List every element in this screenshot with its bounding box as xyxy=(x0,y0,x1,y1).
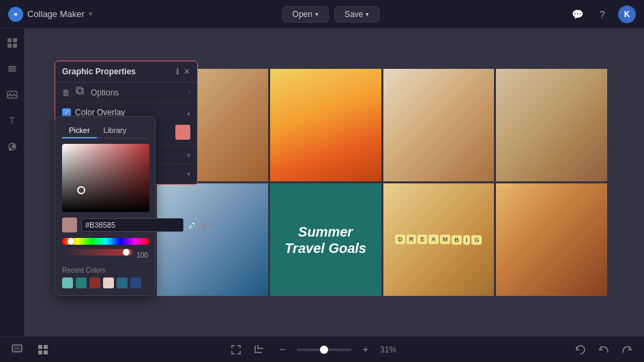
collage-cell-2[interactable] xyxy=(270,69,381,181)
svg-rect-7 xyxy=(8,70,16,72)
svg-rect-16 xyxy=(14,346,20,350)
recent-colors xyxy=(62,277,148,288)
color-swatch[interactable] xyxy=(175,125,190,140)
sidebar-icon-layers[interactable] xyxy=(5,61,20,76)
zoom-slider[interactable] xyxy=(297,348,351,351)
zoom-label: 31% xyxy=(380,345,396,355)
svg-rect-3 xyxy=(8,44,12,48)
help-icon[interactable]: ? xyxy=(594,5,611,23)
sidebar: T xyxy=(0,29,25,336)
svg-rect-4 xyxy=(13,44,17,48)
recent-swatch-1[interactable] xyxy=(62,277,73,288)
zoom-thumb[interactable] xyxy=(320,346,328,354)
canvas-area: Graphic Properties ℹ ✕ 🗑 Options › xyxy=(25,29,644,336)
sidebar-icon-text[interactable]: T xyxy=(5,113,20,128)
fit-icon[interactable] xyxy=(227,341,245,359)
undo-icon[interactable] xyxy=(595,341,613,359)
duplicate-button[interactable] xyxy=(76,87,85,98)
main-area: T Graphic Properties ℹ ✕ 🗑 xyxy=(0,29,644,336)
sidebar-icon-media[interactable] xyxy=(5,87,20,102)
delete-button[interactable]: 🗑 xyxy=(62,88,70,97)
zoom-in-icon[interactable]: + xyxy=(357,341,375,359)
svg-rect-18 xyxy=(44,345,48,349)
recent-swatch-3[interactable] xyxy=(89,277,100,288)
collage-cell-6[interactable]: SummerTravel Goals xyxy=(270,183,381,296)
redo-icon[interactable] xyxy=(618,341,636,359)
eyedropper-icon[interactable]: 💉 xyxy=(188,221,197,230)
topbar-center: Open ▾ Save ▾ xyxy=(282,6,380,22)
tab-picker[interactable]: Picker xyxy=(62,123,97,138)
topbar-right: 💬 ? K xyxy=(569,5,636,23)
topbar: Collage Maker ▾ Open ▾ Save ▾ 💬 ? K xyxy=(0,0,644,29)
svg-rect-1 xyxy=(8,38,12,42)
panel-title: Graphic Properties xyxy=(62,67,176,76)
opacity-slider[interactable] xyxy=(62,249,132,256)
svg-rect-13 xyxy=(78,89,83,94)
logo-icon xyxy=(8,7,23,22)
recent-swatch-2[interactable] xyxy=(76,277,87,288)
opacity-thumb[interactable] xyxy=(123,249,130,256)
sidebar-icon-grid[interactable] xyxy=(5,35,20,50)
tab-library[interactable]: Library xyxy=(97,123,134,138)
opacity-row: 100 xyxy=(62,249,148,261)
avatar[interactable]: K xyxy=(618,5,636,23)
crop-icon[interactable] xyxy=(250,341,268,359)
hex-row: 💉 ⊞ + xyxy=(62,217,148,232)
color-overlay-chevron: ▴ xyxy=(187,109,190,117)
recent-swatch-6[interactable] xyxy=(130,277,141,288)
recent-swatch-5[interactable] xyxy=(117,277,128,288)
panel-icons: ℹ ✕ xyxy=(176,67,190,76)
tint-chevron: ▾ xyxy=(187,151,190,159)
drop-shadow-chevron: ▾ xyxy=(187,170,190,178)
open-button[interactable]: Open ▾ xyxy=(282,6,329,22)
bottom-center: − + 31% xyxy=(227,341,396,359)
hue-slider[interactable] xyxy=(62,238,149,245)
collage-cell-4[interactable] xyxy=(496,69,607,181)
opacity-value: 100 xyxy=(136,252,148,259)
panel-toolbar: 🗑 Options › xyxy=(55,82,197,103)
hex-input[interactable] xyxy=(81,218,184,232)
svg-rect-20 xyxy=(44,350,48,355)
bottom-right xyxy=(572,341,636,359)
svg-rect-11 xyxy=(9,148,12,151)
add-color-icon[interactable]: + xyxy=(211,221,216,229)
collage-grid: SummerTravel Goals D R E A M B I G xyxy=(157,69,607,296)
bottombar: − + 31% xyxy=(0,336,644,362)
grid-icon[interactable]: ⊞ xyxy=(201,221,207,230)
collage-cell-8[interactable] xyxy=(496,183,607,296)
info-icon[interactable]: ℹ xyxy=(176,67,179,76)
options-label: Options xyxy=(91,88,119,97)
hue-thumb[interactable] xyxy=(68,238,74,245)
save-button[interactable]: Save ▾ xyxy=(334,6,379,22)
grid-bottom-icon[interactable] xyxy=(34,341,52,359)
collage-cell-5[interactable] xyxy=(157,183,268,296)
close-icon[interactable]: ✕ xyxy=(184,67,190,76)
svg-rect-6 xyxy=(8,68,16,70)
open-chevron: ▾ xyxy=(315,11,319,18)
app-title: Collage Maker xyxy=(27,9,85,19)
options-chevron: › xyxy=(188,89,190,96)
svg-rect-19 xyxy=(38,350,42,355)
sidebar-icon-shapes[interactable] xyxy=(5,139,20,154)
bottom-left xyxy=(8,341,52,359)
layers-bottom-icon[interactable] xyxy=(8,341,26,359)
save-chevron: ▾ xyxy=(366,11,369,18)
collage-cell-7[interactable]: D R E A M B I G xyxy=(383,183,495,296)
hex-swatch[interactable] xyxy=(62,217,77,232)
recent-swatch-4[interactable] xyxy=(103,277,114,288)
reset-icon[interactable] xyxy=(572,341,589,359)
collage-cell-3[interactable] xyxy=(383,69,495,181)
topbar-left: Collage Maker ▾ xyxy=(8,7,93,22)
recent-colors-label: Recent Colors xyxy=(62,267,148,274)
svg-rect-17 xyxy=(38,345,42,349)
color-gradient[interactable] xyxy=(62,144,149,212)
svg-rect-5 xyxy=(8,66,16,67)
gradient-handle[interactable] xyxy=(77,186,85,194)
color-picker-popup: Picker Library 💉 ⊞ + xyxy=(55,116,156,296)
picker-tabs: Picker Library xyxy=(62,123,148,138)
chat-icon[interactable]: 💬 xyxy=(569,5,587,23)
app-title-chevron: ▾ xyxy=(89,10,93,18)
zoom-out-icon[interactable]: − xyxy=(274,341,291,359)
options-row[interactable]: Options › xyxy=(91,88,190,97)
svg-rect-14 xyxy=(76,87,82,93)
